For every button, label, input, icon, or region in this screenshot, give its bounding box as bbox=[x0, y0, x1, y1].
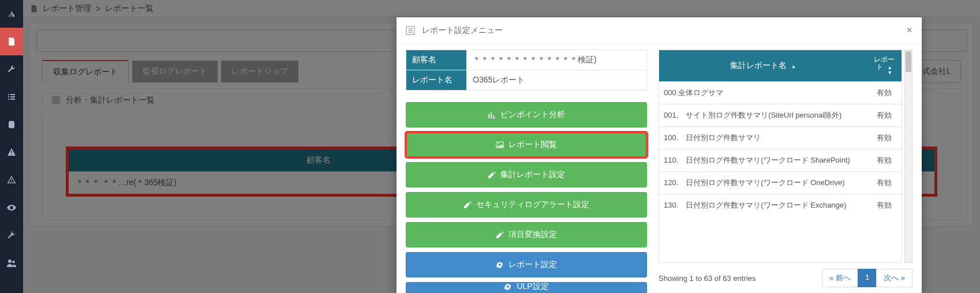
cell-status: 有効 bbox=[867, 127, 902, 149]
action-label: レポート設定 bbox=[508, 260, 557, 270]
report-table-scroll[interactable]: 集計レポート名 ▲ レポート ▲▼ bbox=[659, 50, 902, 263]
app-root: レポート管理 > レポート一覧 有効設定数: 収集ログレポート 監視ログレポート… bbox=[0, 0, 980, 293]
pager-prev[interactable]: « 前へ bbox=[822, 269, 858, 287]
tab-report-job[interactable]: レポートジョブ bbox=[221, 61, 298, 82]
cell-name: 110. 日付別ログ件数サマリ(ワークロード SharePoint) bbox=[659, 149, 867, 172]
cell-status: 有効 bbox=[867, 194, 902, 217]
svg-point-2 bbox=[12, 261, 14, 263]
sort-icon: ▲▼ bbox=[887, 65, 892, 76]
action-label: ULP設定 bbox=[517, 282, 548, 292]
cell-name: 100. 日付別ログ件数サマリ bbox=[659, 127, 867, 149]
breadcrumb: レポート管理 > レポート一覧 bbox=[23, 0, 980, 17]
action-label: 集計レポート設定 bbox=[500, 170, 565, 180]
nav-eye[interactable] bbox=[0, 194, 23, 221]
tab-collect-log[interactable]: 収集ログレポート bbox=[42, 60, 129, 83]
table-row[interactable]: 000.全体ログサマ 有効 bbox=[659, 82, 902, 104]
warning-icon bbox=[7, 148, 16, 157]
pager-page-1[interactable]: 1 bbox=[858, 269, 877, 287]
tab-kanshi-log[interactable]: 監視ログレポート bbox=[132, 61, 218, 82]
col-report-name[interactable]: 集計レポート名 ▲ bbox=[659, 50, 867, 82]
report-settings-button[interactable]: レポート設定 bbox=[406, 252, 647, 277]
info-key-report: レポート名 bbox=[406, 70, 467, 91]
breadcrumb-sep: > bbox=[96, 4, 100, 13]
action-label: 項目変換設定 bbox=[508, 230, 557, 240]
nav-dashboard[interactable] bbox=[0, 0, 23, 28]
side-nav bbox=[0, 0, 23, 293]
security-log-alert-settings-button[interactable]: セキュリティログアラート設定 bbox=[406, 192, 647, 217]
report-view-button[interactable]: レポート閲覧 bbox=[406, 132, 647, 157]
cell-name: 120. 日付別ログ件数サマリ(ワークロード OneDrive) bbox=[659, 172, 867, 194]
table-row[interactable]: 001. サイト別ログ件数サマリ(SiteUrl personal除外) 有効 bbox=[659, 104, 902, 127]
nav-database[interactable] bbox=[0, 111, 23, 138]
gear-icon bbox=[504, 283, 512, 291]
info-val-report: O365レポート bbox=[467, 70, 647, 91]
nav-reports[interactable] bbox=[0, 28, 23, 55]
breadcrumb-page: レポート一覧 bbox=[105, 3, 154, 14]
svg-point-5 bbox=[498, 143, 499, 144]
nav-warning-outline[interactable] bbox=[0, 166, 23, 194]
svg-point-0 bbox=[9, 121, 14, 123]
table-row[interactable]: 100. 日付別ログ件数サマリ 有効 bbox=[659, 127, 902, 149]
document-icon bbox=[30, 5, 38, 13]
wrench-icon bbox=[7, 65, 16, 74]
tab-label: 監視ログレポート bbox=[143, 66, 207, 76]
close-icon[interactable]: × bbox=[906, 24, 912, 36]
modal-title: レポート設定メニュー bbox=[422, 25, 503, 36]
report-table-wrap: 集計レポート名 ▲ レポート ▲▼ bbox=[659, 50, 912, 263]
edit-icon bbox=[496, 231, 504, 239]
action-list: ピンポイント分析 レポート閲覧 集計レポート設定 bbox=[406, 102, 647, 293]
edit-icon bbox=[488, 171, 496, 179]
scrollbar-thumb[interactable] bbox=[906, 51, 911, 72]
nav-wrench[interactable] bbox=[0, 55, 23, 83]
table-row[interactable]: 120. 日付別ログ件数サマリ(ワークロード OneDrive) 有効 bbox=[659, 172, 902, 194]
cell-status: 有効 bbox=[867, 82, 902, 104]
nav-users[interactable] bbox=[0, 249, 23, 277]
showing-label: Showing 1 to 63 of 63 entries bbox=[659, 274, 755, 283]
cell-name: 130. 日付別ログ件数サマリ(ワークロード Exchange) bbox=[659, 194, 867, 217]
document-icon bbox=[7, 37, 16, 46]
info-key-customer: 顧客名 bbox=[406, 50, 467, 70]
list-icon bbox=[7, 92, 16, 102]
modal-header: レポート設定メニュー × bbox=[397, 17, 922, 44]
pager: « 前へ 1 次へ » bbox=[822, 269, 912, 287]
cell-name: 000.全体ログサマ bbox=[659, 82, 867, 104]
action-label: レポート閲覧 bbox=[508, 140, 557, 150]
table-row[interactable]: 110. 日付別ログ件数サマリ(ワークロード SharePoint) 有効 bbox=[659, 149, 902, 172]
breadcrumb-section: レポート管理 bbox=[43, 3, 91, 14]
chart-icon bbox=[488, 111, 496, 119]
svg-point-1 bbox=[8, 260, 12, 263]
inner-panel-title: 分析・集計レポート一覧 bbox=[66, 95, 155, 106]
warning-outline-icon bbox=[7, 175, 16, 185]
nav-tool[interactable] bbox=[0, 221, 23, 249]
edit-icon bbox=[463, 201, 472, 209]
users-icon bbox=[6, 258, 17, 268]
modal-body: 顧客名 ＊＊＊＊＊＊＊＊＊＊＊＊＊検証) レポート名 O365レポート bbox=[397, 44, 922, 293]
list-square-icon bbox=[406, 26, 415, 35]
table-row[interactable]: 130. 日付別ログ件数サマリ(ワークロード Exchange) 有効 bbox=[659, 194, 902, 217]
pinpoint-analysis-button[interactable]: ピンポイント分析 bbox=[406, 102, 647, 127]
grid-icon bbox=[52, 96, 60, 104]
tab-label: 収集ログレポート bbox=[53, 67, 118, 76]
aggregate-report-settings-button[interactable]: 集計レポート設定 bbox=[406, 162, 647, 187]
eye-icon bbox=[6, 203, 17, 212]
table-footer: Showing 1 to 63 of 63 entries « 前へ 1 次へ … bbox=[659, 266, 912, 287]
col-report-status[interactable]: レポート ▲▼ bbox=[867, 50, 902, 82]
nav-list[interactable] bbox=[0, 83, 23, 111]
scrollbar[interactable] bbox=[904, 50, 912, 263]
sort-icon: ▲ bbox=[791, 64, 796, 69]
report-settings-modal: レポート設定メニュー × 顧客名 ＊＊＊＊＊＊＊＊＊＊＊＊＊検証) レポート名 … bbox=[397, 17, 922, 293]
pager-next[interactable]: 次へ » bbox=[876, 269, 912, 287]
cell-status: 有効 bbox=[867, 172, 902, 194]
report-table: 集計レポート名 ▲ レポート ▲▼ bbox=[659, 50, 902, 216]
main-area: レポート管理 > レポート一覧 有効設定数: 収集ログレポート 監視ログレポート… bbox=[23, 0, 980, 293]
modal-right: 集計レポート名 ▲ レポート ▲▼ bbox=[659, 50, 912, 287]
database-icon bbox=[7, 120, 16, 129]
nav-warning[interactable] bbox=[0, 138, 23, 166]
image-icon bbox=[496, 141, 504, 149]
ulp-settings-button[interactable]: ULP設定 bbox=[406, 282, 647, 293]
triangle-icon bbox=[7, 9, 16, 18]
item-conversion-settings-button[interactable]: 項目変換設定 bbox=[406, 222, 647, 247]
cell-status: 有効 bbox=[867, 104, 902, 127]
modal-left: 顧客名 ＊＊＊＊＊＊＊＊＊＊＊＊＊検証) レポート名 O365レポート bbox=[406, 50, 647, 287]
cell-name: 001. サイト別ログ件数サマリ(SiteUrl personal除外) bbox=[659, 104, 867, 127]
